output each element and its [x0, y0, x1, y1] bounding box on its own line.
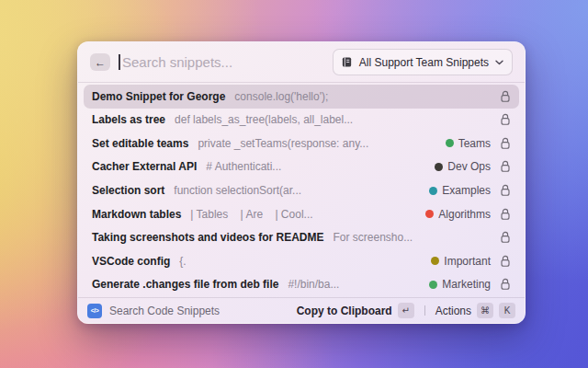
command-key-icon: ⌘ — [477, 303, 493, 318]
dropdown-label: All Support Team Snippets — [359, 56, 489, 69]
snippet-preview: For screensho... — [334, 231, 492, 244]
snippet-preview: private _setTeams(response: any... — [198, 137, 435, 150]
lock-icon — [500, 113, 511, 126]
snippet-row[interactable]: Taking screenshots and videos for README… — [84, 225, 519, 249]
search-header: ← All Support Team Snippets — [78, 42, 525, 83]
tag-label: Examples — [442, 184, 491, 197]
snippet-row[interactable]: Cacher External API # Authenticati... De… — [84, 155, 519, 179]
snippet-list: Demo Snippet for George console.log('hel… — [78, 83, 525, 297]
snippet-title: VSCode config — [92, 255, 170, 268]
actions-menu-button[interactable]: Actions ⌘ K — [435, 303, 515, 318]
tag-dot — [446, 139, 454, 147]
snippet-title: Demo Snippet for George — [92, 90, 225, 103]
chevron-down-icon — [495, 60, 503, 65]
snippet-row[interactable]: Selection sort function selectionSort(ar… — [84, 178, 519, 202]
snippet-library-dropdown[interactable]: All Support Team Snippets — [333, 49, 513, 75]
snippet-row[interactable]: Labels as tree def labels_as_tree(labels… — [84, 109, 519, 132]
snippet-tag: Marketing — [429, 278, 491, 291]
snippet-title: Selection sort — [92, 184, 164, 197]
snippet-title: Generate .changes file from deb file — [92, 278, 278, 291]
snippet-title: Cacher External API — [92, 160, 197, 173]
tag-dot — [429, 281, 437, 289]
tag-label: Teams — [458, 137, 491, 150]
snippet-tag: Algorithms — [425, 208, 491, 221]
snippet-preview: # Authenticati... — [206, 160, 425, 173]
search-field-wrap — [119, 42, 324, 82]
actions-label: Actions — [435, 305, 471, 317]
snippet-row[interactable]: Demo Snippet for George console.log('hel… — [84, 85, 519, 109]
action-bar: </> Search Code Snippets Copy to Clipboa… — [78, 297, 525, 323]
tag-label: Important — [444, 255, 491, 268]
lock-icon — [500, 255, 511, 268]
snippet-preview: #!/bin/ba... — [288, 278, 420, 291]
library-book-icon — [341, 56, 353, 68]
tag-dot — [425, 210, 434, 218]
app-name-label: Search Code Snippets — [109, 305, 289, 317]
copy-to-clipboard-action[interactable]: Copy to Clipboard ↵ — [297, 303, 414, 318]
snippet-tag: Examples — [429, 184, 491, 197]
footer-divider — [424, 305, 425, 316]
snippet-row[interactable]: Set editable teams private _setTeams(res… — [84, 132, 519, 155]
search-snippets-window: ← All Support Team Snippets — [77, 41, 526, 324]
lock-icon — [500, 208, 511, 221]
back-button[interactable]: ← — [90, 53, 110, 71]
tag-dot — [431, 257, 439, 265]
tag-label: Algorithms — [438, 208, 491, 221]
tag-label: Marketing — [442, 278, 491, 291]
search-input[interactable] — [119, 54, 324, 70]
snippet-row[interactable]: VSCode config {. Important — [84, 249, 519, 273]
snippet-title: Taking screenshots and videos for README — [92, 231, 324, 244]
snippet-row[interactable]: Generate .changes file from deb file #!/… — [84, 273, 519, 297]
snippet-tag: Dev Ops — [435, 160, 491, 173]
tag-label: Dev Ops — [447, 160, 491, 173]
lock-icon — [500, 278, 511, 291]
desktop-background: ← All Support Team Snippets — [0, 0, 588, 368]
snippet-title: Labels as tree — [92, 113, 165, 126]
lock-icon — [500, 90, 511, 103]
k-key-icon: K — [499, 303, 515, 318]
text-caret — [119, 54, 120, 70]
snippet-preview: | Tables | Are | Cool... — [190, 208, 416, 221]
lock-icon — [500, 137, 511, 150]
snippet-tag: Teams — [446, 137, 491, 150]
snippet-title: Markdown tables — [92, 208, 181, 221]
copy-to-clipboard-label: Copy to Clipboard — [297, 305, 392, 317]
snippet-preview: def labels_as_tree(labels, all_label... — [175, 113, 491, 126]
lock-icon — [500, 231, 511, 244]
lock-icon — [500, 160, 511, 173]
snippet-preview: function selectionSort(ar... — [174, 184, 420, 197]
snippet-title: Set editable teams — [92, 137, 188, 150]
snippet-tag: Important — [431, 255, 491, 268]
snippet-preview: {. — [179, 255, 422, 268]
return-key-icon: ↵ — [398, 303, 414, 318]
tag-dot — [429, 187, 437, 195]
snippet-preview: console.log('hello'); — [234, 90, 491, 103]
tag-dot — [435, 163, 443, 171]
snippet-row[interactable]: Markdown tables | Tables | Are | Cool...… — [84, 202, 519, 226]
code-snippets-app-icon: </> — [87, 304, 102, 318]
lock-icon — [500, 184, 511, 197]
